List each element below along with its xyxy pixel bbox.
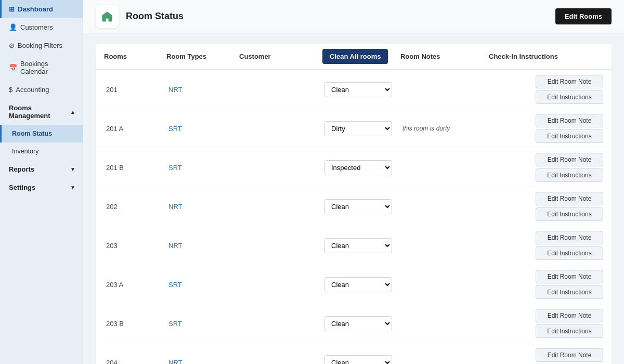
status-select[interactable]: CleanDirtyInspectedOut of Order bbox=[324, 160, 392, 175]
edit-rooms-button[interactable]: Edit Rooms bbox=[555, 8, 612, 24]
cell-room-number: 201 bbox=[104, 82, 166, 98]
edit-instructions-button[interactable]: Edit Instructions bbox=[536, 129, 603, 143]
table-row: 202 NRT CleanDirtyInspectedOut of Order … bbox=[96, 187, 612, 226]
cell-customer bbox=[239, 163, 322, 172]
table-row: 204 NRT CleanDirtyInspectedOut of Order … bbox=[96, 343, 612, 364]
cell-room-number: 203 A bbox=[104, 277, 166, 293]
cell-actions: Edit Room Note Edit Instructions bbox=[489, 110, 603, 147]
edit-instructions-button[interactable]: Edit Instructions bbox=[536, 207, 603, 221]
edit-instructions-button[interactable]: Edit Instructions bbox=[536, 246, 603, 260]
sidebar-item-accounting[interactable]: $ Accounting bbox=[0, 81, 83, 99]
sidebar: ⊞ Dashboard 👤 Customers ⊘ Booking Filter… bbox=[0, 0, 83, 364]
edit-instructions-button[interactable]: Edit Instructions bbox=[536, 168, 603, 182]
page-title: Room Status bbox=[126, 11, 184, 22]
sidebar-label-settings: Settings bbox=[9, 184, 35, 191]
cell-room-type: NRT bbox=[166, 82, 239, 98]
cell-room-note bbox=[400, 319, 489, 328]
table-row: 203 B SRT CleanDirtyInspectedOut of Orde… bbox=[96, 304, 612, 343]
accounting-icon: $ bbox=[9, 86, 12, 94]
header: Room Status Edit Rooms bbox=[83, 0, 624, 33]
sidebar-label-customers: Customers bbox=[20, 23, 53, 31]
edit-instructions-button[interactable]: Edit Instructions bbox=[536, 285, 603, 299]
sidebar-label-room-status: Room Status bbox=[12, 130, 52, 137]
dashboard-icon: ⊞ bbox=[9, 5, 15, 13]
cell-room-note bbox=[400, 202, 489, 211]
edit-instructions-button[interactable]: Edit Instructions bbox=[536, 324, 603, 338]
cell-actions: Edit Room Note Edit Instructions bbox=[489, 188, 603, 225]
sidebar-label-bookings-calendar: Bookings Calendar bbox=[20, 60, 75, 75]
cell-customer bbox=[239, 124, 322, 133]
edit-room-note-button[interactable]: Edit Room Note bbox=[536, 153, 603, 166]
cell-actions: Edit Room Note Edit Instructions bbox=[489, 149, 603, 186]
clean-all-button[interactable]: Clean All rooms bbox=[322, 49, 388, 64]
sidebar-item-rooms-management[interactable]: Rooms Management ▲ bbox=[0, 99, 83, 125]
status-select[interactable]: CleanDirtyInspectedOut of Order bbox=[324, 316, 392, 331]
sidebar-item-settings[interactable]: Settings ▼ bbox=[0, 178, 83, 197]
cell-room-note bbox=[400, 85, 489, 94]
table-row: 201 NRT CleanDirtyInspectedOut of Order … bbox=[96, 70, 612, 109]
filter-icon: ⊘ bbox=[9, 42, 15, 49]
main-content: Room Status Edit Rooms Rooms Room Types … bbox=[83, 0, 624, 364]
cell-customer bbox=[239, 280, 322, 289]
status-select[interactable]: CleanDirtyInspectedOut of Order bbox=[324, 277, 392, 292]
cell-actions: Edit Room Note Edit Instructions bbox=[489, 266, 603, 303]
status-select[interactable]: CleanDirtyInspectedOut of Order bbox=[324, 82, 392, 97]
edit-room-note-button[interactable]: Edit Room Note bbox=[536, 192, 603, 205]
sidebar-label-inventory: Inventory bbox=[12, 148, 38, 155]
cell-room-note bbox=[400, 359, 489, 365]
status-select[interactable]: CleanDirtyInspectedOut of Order bbox=[324, 121, 392, 136]
edit-room-note-button[interactable]: Edit Room Note bbox=[536, 309, 603, 322]
cell-customer bbox=[239, 241, 322, 250]
chevron-down-icon-reports: ▼ bbox=[70, 166, 75, 172]
cell-status: CleanDirtyInspectedOut of Order bbox=[322, 234, 400, 257]
chevron-down-icon-settings: ▼ bbox=[70, 185, 75, 190]
cell-actions: Edit Room Note Edit Instructions bbox=[489, 305, 603, 342]
sidebar-item-inventory[interactable]: Inventory bbox=[0, 142, 83, 160]
edit-room-note-button[interactable]: Edit Room Note bbox=[536, 114, 603, 127]
cell-status: CleanDirtyInspectedOut of Order bbox=[322, 351, 400, 364]
clean-all-cell: Clean All rooms bbox=[322, 49, 400, 64]
edit-room-note-button[interactable]: Edit Room Note bbox=[536, 348, 603, 362]
table-header: Rooms Room Types Customer Clean All room… bbox=[96, 44, 612, 70]
cell-status: CleanDirtyInspectedOut of Order bbox=[322, 156, 400, 179]
cell-room-number: 204 bbox=[104, 355, 166, 364]
table-row: 203 A SRT CleanDirtyInspectedOut of Orde… bbox=[96, 265, 612, 304]
cell-room-type: NRT bbox=[166, 238, 239, 254]
edit-room-note-button[interactable]: Edit Room Note bbox=[536, 75, 603, 88]
cell-room-type: SRT bbox=[166, 121, 239, 137]
cell-room-type: NRT bbox=[166, 355, 239, 364]
status-select[interactable]: CleanDirtyInspectedOut of Order bbox=[324, 199, 392, 214]
cell-room-number: 201 B bbox=[104, 160, 166, 176]
cell-actions: Edit Room Note Edit Instructions bbox=[489, 344, 603, 365]
table-row: 203 NRT CleanDirtyInspectedOut of Order … bbox=[96, 226, 612, 265]
cell-room-type: SRT bbox=[166, 160, 239, 176]
sidebar-item-bookings-calendar[interactable]: 📅 Bookings Calendar bbox=[0, 55, 83, 81]
cell-room-number: 202 bbox=[104, 199, 166, 215]
cell-status: CleanDirtyInspectedOut of Order bbox=[322, 195, 400, 218]
home-icon-box[interactable] bbox=[96, 5, 119, 28]
sidebar-item-reports[interactable]: Reports ▼ bbox=[0, 160, 83, 178]
edit-instructions-button[interactable]: Edit Instructions bbox=[536, 90, 603, 104]
header-left: Room Status bbox=[96, 5, 184, 28]
edit-room-note-button[interactable]: Edit Room Note bbox=[536, 270, 603, 283]
sidebar-item-dashboard[interactable]: ⊞ Dashboard bbox=[0, 0, 83, 18]
sidebar-label-booking-filters: Booking Filters bbox=[18, 42, 62, 49]
status-select[interactable]: CleanDirtyInspectedOut of Order bbox=[324, 355, 392, 364]
sidebar-item-booking-filters[interactable]: ⊘ Booking Filters bbox=[0, 36, 83, 55]
sidebar-item-customers[interactable]: 👤 Customers bbox=[0, 18, 83, 36]
sidebar-item-room-status[interactable]: Room Status bbox=[0, 125, 83, 142]
cell-customer bbox=[239, 202, 322, 211]
edit-room-note-button[interactable]: Edit Room Note bbox=[536, 231, 603, 244]
cell-room-number: 203 B bbox=[104, 316, 166, 332]
cell-status: CleanDirtyInspectedOut of Order bbox=[322, 78, 400, 101]
cell-room-note bbox=[400, 163, 489, 172]
cell-room-number: 203 bbox=[104, 238, 166, 254]
cell-room-number: 201 A bbox=[104, 121, 166, 137]
col-checkin-instructions: Check-In Instructions bbox=[489, 53, 603, 60]
col-customer: Customer bbox=[239, 53, 322, 60]
cell-actions: Edit Room Note Edit Instructions bbox=[489, 227, 603, 264]
sidebar-label-accounting: Accounting bbox=[16, 86, 49, 94]
status-select[interactable]: CleanDirtyInspectedOut of Order bbox=[324, 238, 392, 253]
cell-room-type: SRT bbox=[166, 277, 239, 293]
table-row: 201 B SRT CleanDirtyInspectedOut of Orde… bbox=[96, 148, 612, 187]
